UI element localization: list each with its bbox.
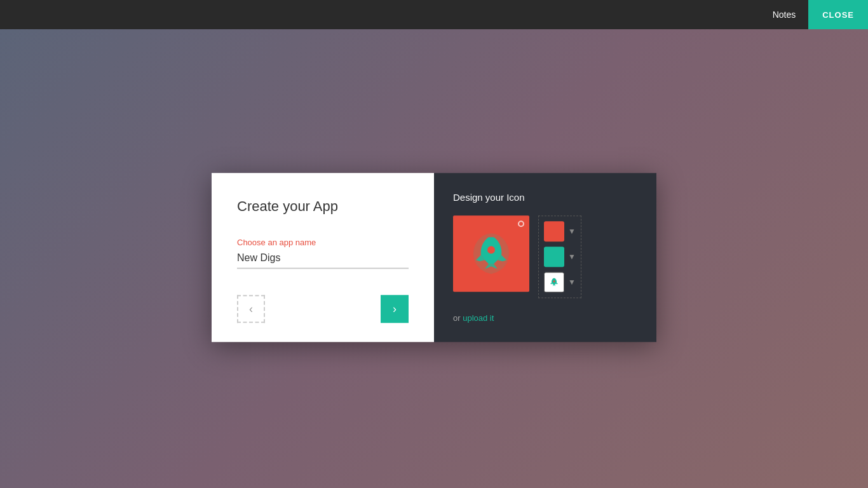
next-button[interactable]: › bbox=[381, 295, 409, 323]
color-row-icon: ▼ bbox=[544, 272, 576, 292]
rocket-icon bbox=[466, 228, 517, 279]
color-row-red: ▼ bbox=[544, 221, 576, 241]
icon-preview bbox=[453, 215, 529, 292]
app-name-label: Choose an app name bbox=[237, 238, 409, 247]
svg-point-1 bbox=[553, 280, 555, 282]
color-options-panel: ▼ ▼ bbox=[538, 215, 581, 298]
back-button[interactable]: ‹ bbox=[237, 295, 265, 323]
create-app-modal: Create your App Choose an app name ‹ › D… bbox=[212, 173, 656, 342]
close-button[interactable]: CLOSE bbox=[808, 0, 868, 29]
icon-style-dropdown[interactable]: ▼ bbox=[568, 278, 576, 287]
color-row-teal: ▼ bbox=[544, 247, 576, 267]
icon-thumb-swatch[interactable] bbox=[544, 272, 564, 292]
upload-text: or upload it bbox=[453, 313, 637, 323]
modal-left-panel: Create your App Choose an app name ‹ › bbox=[212, 173, 434, 342]
modal-title: Create your App bbox=[237, 198, 409, 215]
modal-right-panel: Design your Icon bbox=[434, 173, 656, 342]
circle-dot-decoration bbox=[518, 220, 524, 227]
modal-footer: ‹ › bbox=[237, 276, 409, 323]
topbar: Notes CLOSE bbox=[0, 0, 868, 29]
color-swatch-red[interactable] bbox=[544, 221, 564, 241]
svg-point-0 bbox=[487, 246, 495, 254]
color-swatch-teal[interactable] bbox=[544, 247, 564, 267]
notes-button[interactable]: Notes bbox=[760, 0, 809, 29]
icon-designer: ▼ ▼ bbox=[453, 215, 637, 298]
upload-link[interactable]: upload it bbox=[463, 313, 494, 323]
design-icon-title: Design your Icon bbox=[453, 192, 637, 203]
app-name-input[interactable] bbox=[237, 252, 409, 269]
color-teal-dropdown[interactable]: ▼ bbox=[568, 252, 576, 261]
color-red-dropdown[interactable]: ▼ bbox=[568, 227, 576, 236]
